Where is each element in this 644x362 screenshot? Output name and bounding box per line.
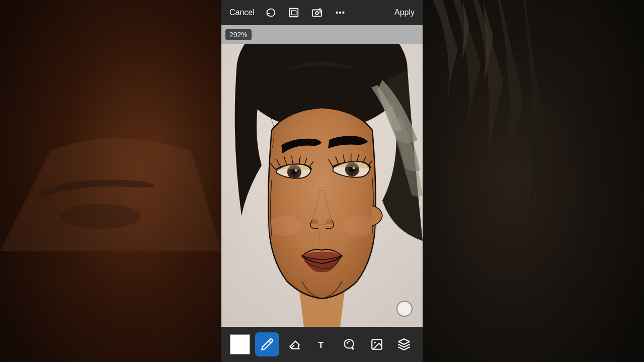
more-button[interactable] (333, 6, 347, 20)
face-illustration (221, 44, 423, 327)
frame-icon (288, 7, 299, 18)
image-tool-button[interactable] (365, 332, 389, 356)
color-swatch-button[interactable] (228, 332, 252, 356)
lasso-icon (343, 338, 356, 351)
cancel-button[interactable]: Cancel (229, 8, 255, 17)
svg-point-26 (374, 342, 375, 343)
pen-tool-button[interactable] (255, 332, 279, 356)
right-background-panel (423, 0, 644, 362)
camera-icon (311, 7, 323, 18)
pen-icon (261, 338, 274, 351)
svg-point-9 (343, 12, 344, 14)
svg-rect-2 (290, 9, 298, 17)
more-icon (335, 7, 346, 18)
svg-point-8 (339, 12, 341, 14)
screen: Cancel (0, 0, 644, 362)
top-bar-left: Cancel (229, 6, 347, 20)
eraser-cursor (396, 301, 413, 317)
svg-point-5 (315, 12, 318, 15)
camera-button[interactable] (310, 6, 324, 20)
bottom-toolbar: T (221, 327, 423, 362)
color-swatch (230, 334, 250, 354)
svg-point-23 (326, 219, 334, 224)
svg-point-7 (336, 12, 338, 14)
canvas-area[interactable] (221, 44, 423, 327)
text-icon: T (315, 338, 329, 351)
svg-rect-3 (291, 10, 296, 15)
frame-button[interactable] (287, 6, 301, 20)
apply-button[interactable]: Apply (394, 8, 415, 17)
svg-text:T: T (318, 340, 324, 350)
image-icon (370, 338, 383, 351)
svg-point-12 (267, 216, 302, 236)
top-bar: Cancel (221, 0, 423, 25)
text-tool-button[interactable]: T (310, 332, 334, 356)
layers-icon (397, 338, 411, 351)
undo-icon (265, 7, 276, 18)
selection-tool-button[interactable] (337, 332, 361, 356)
svg-point-17 (295, 169, 297, 172)
zoom-level: 292% (225, 29, 252, 40)
undo-button[interactable] (264, 6, 278, 20)
left-background-panel (0, 0, 221, 362)
zoom-bar: 292% (221, 25, 423, 44)
svg-point-22 (310, 219, 318, 224)
svg-rect-6 (319, 11, 321, 13)
layers-tool-button[interactable] (392, 332, 416, 356)
eraser-icon (288, 338, 301, 351)
main-panel: Cancel (221, 0, 423, 362)
eraser-tool-button[interactable] (283, 332, 307, 356)
